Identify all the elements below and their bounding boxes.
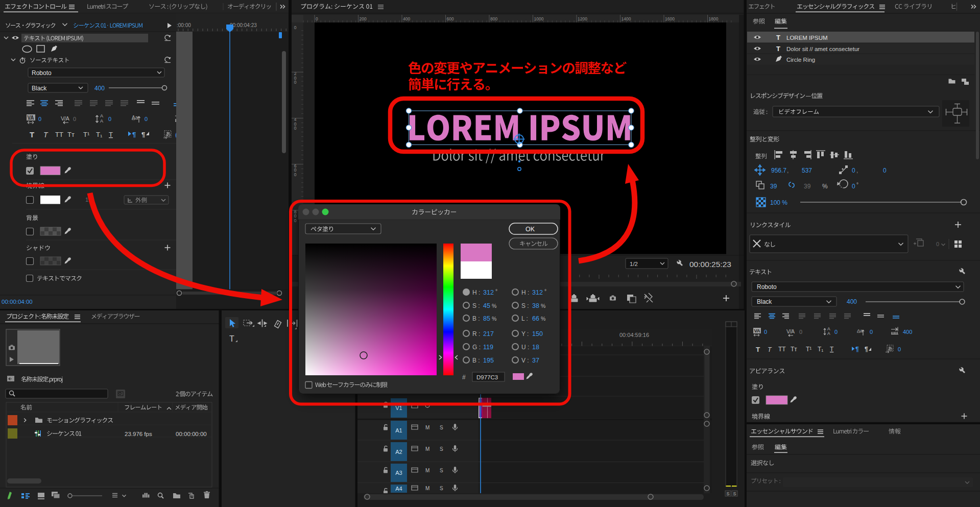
svg-text:T: T [30, 130, 34, 139]
svg-text:800: 800 [490, 16, 497, 21]
svg-text:A̲a: A̲a [132, 115, 138, 120]
svg-text:¶: ¶ [865, 346, 868, 353]
svg-text:537: 537 [802, 167, 812, 174]
svg-text:Dolor sit // amet consectetur: Dolor sit // amet consectetur [786, 46, 859, 52]
svg-text:0: 0 [73, 116, 76, 122]
svg-text:Tт: Tт [791, 346, 797, 353]
svg-text:T¹: T¹ [806, 346, 811, 353]
svg-text:0: 0 [145, 116, 148, 122]
svg-text:°: ° [544, 288, 546, 294]
svg-text:%: % [822, 183, 828, 190]
svg-text:T: T [43, 131, 49, 139]
svg-text:0: 0 [294, 25, 297, 30]
svg-text:¶: ¶ [141, 131, 145, 138]
svg-text:400: 400 [903, 329, 912, 335]
svg-text:Roboto: Roboto [757, 283, 777, 291]
svg-text:Tт: Tт [67, 131, 75, 138]
svg-text:V̲A̲: V̲A̲ [28, 115, 34, 120]
svg-text:U :: U : [521, 344, 529, 351]
svg-text:TT: TT [55, 131, 63, 138]
svg-text:00:00:25:23: 00:00:25:23 [689, 260, 731, 269]
svg-text:0: 0 [294, 126, 297, 131]
svg-text:100 %: 100 % [770, 199, 787, 206]
svg-text:%: % [541, 303, 545, 309]
svg-text:00:04:59:16: 00:04:59:16 [619, 332, 649, 338]
svg-text:L :: L : [521, 315, 528, 322]
svg-text:1400: 1400 [622, 16, 631, 21]
svg-text:S: S [440, 425, 443, 430]
svg-text:°: ° [495, 288, 497, 294]
svg-text:A2: A2 [395, 449, 402, 455]
svg-text:1200: 1200 [578, 16, 587, 21]
svg-text:312: 312 [532, 289, 543, 296]
svg-text:%: % [492, 303, 496, 309]
svg-text:66: 66 [532, 315, 539, 322]
svg-text:OK: OK [525, 226, 535, 233]
svg-text:Black: Black [32, 85, 47, 92]
svg-text:M: M [425, 486, 429, 491]
svg-text:V1: V1 [395, 405, 402, 411]
svg-text:37: 37 [532, 357, 539, 364]
svg-text:00:00:00:00: 00:00:00:00 [176, 431, 207, 437]
svg-text:H :: H : [521, 289, 529, 296]
svg-text:195: 195 [483, 357, 494, 364]
svg-text:%: % [492, 316, 496, 322]
svg-text:A: A [100, 113, 103, 118]
svg-text:1800: 1800 [709, 16, 719, 21]
svg-text:S: S [440, 446, 443, 452]
svg-text:200: 200 [360, 16, 367, 21]
svg-text:38: 38 [532, 302, 539, 309]
svg-text:V/A: V/A [786, 328, 795, 334]
svg-text:39: 39 [770, 183, 777, 190]
svg-text:312: 312 [483, 289, 494, 296]
svg-text:0: 0 [294, 218, 297, 223]
svg-text:0: 0 [936, 241, 939, 247]
svg-text:0: 0 [38, 116, 41, 122]
svg-text:00:00:04:00: 00:00:04:00 [2, 299, 33, 305]
svg-text:0: 0 [108, 116, 111, 122]
svg-text:0: 0 [852, 167, 855, 174]
svg-text:0: 0 [764, 329, 767, 335]
svg-text:M: M [425, 425, 429, 430]
svg-text:Roboto: Roboto [32, 69, 52, 77]
svg-text:A3: A3 [395, 470, 402, 476]
svg-text:R :: R : [472, 330, 480, 337]
svg-text:B :: B : [472, 315, 480, 322]
svg-text:B :: B : [472, 357, 480, 364]
svg-text:S: S [733, 491, 736, 496]
svg-text:S: S [726, 491, 729, 496]
svg-text:Y :: Y : [521, 330, 529, 337]
svg-text:0: 0 [316, 16, 318, 21]
svg-text:217: 217 [483, 330, 494, 337]
svg-text:T₁: T₁ [818, 346, 823, 353]
svg-text:TT: TT [778, 346, 786, 353]
svg-text:S :: S : [472, 302, 480, 309]
svg-text:%: % [541, 316, 545, 322]
svg-text:0: 0 [883, 167, 887, 174]
svg-text:85: 85 [483, 315, 490, 322]
svg-text:V :: V : [521, 357, 529, 364]
svg-text:1000: 1000 [534, 16, 544, 21]
svg-text:T₁: T₁ [96, 131, 103, 138]
svg-text:0: 0 [898, 346, 901, 352]
svg-text::00:00: :00:00 [177, 22, 191, 28]
svg-text:G :: G : [472, 344, 481, 351]
svg-text:0: 0 [834, 329, 838, 335]
svg-text:VA: VA [754, 328, 760, 333]
svg-text:T¹: T¹ [83, 131, 90, 138]
svg-text:H :: H : [472, 289, 480, 296]
svg-text:18: 18 [532, 344, 539, 351]
svg-text:¶: ¶ [855, 346, 859, 353]
svg-text:23.976 fps: 23.976 fps [125, 431, 152, 437]
svg-text:0: 0 [870, 329, 873, 335]
svg-text:0: 0 [852, 183, 855, 190]
svg-text:,: , [856, 167, 858, 174]
svg-text:45: 45 [483, 302, 490, 309]
svg-text:LOREM IPSUM: LOREM IPSUM [786, 35, 828, 41]
svg-text:S :: S : [521, 302, 529, 309]
svg-text:0: 0 [294, 172, 297, 177]
svg-text:1/2: 1/2 [630, 261, 638, 267]
svg-text:,: , [787, 167, 788, 174]
svg-text:T: T [830, 346, 834, 353]
svg-text:M: M [425, 468, 429, 473]
